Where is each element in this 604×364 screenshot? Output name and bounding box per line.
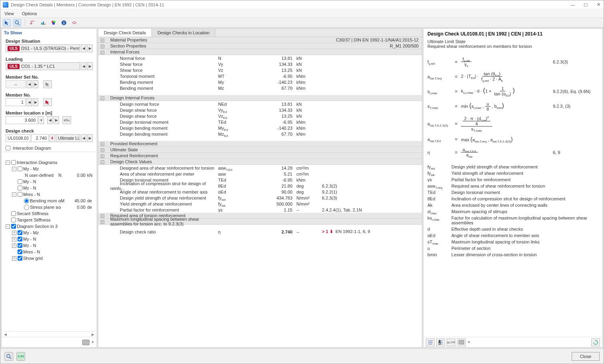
maximize-button[interactable]: ▢ xyxy=(583,2,588,8)
tool-diagram-icon[interactable] xyxy=(39,19,47,26)
grid-section-header[interactable]: +Provided Reinforcement xyxy=(98,141,422,147)
grid-section-header[interactable]: +Required Reinforcement xyxy=(98,153,422,159)
expand-icon[interactable]: + xyxy=(12,231,16,235)
tree-item[interactable]: +Mz - N xyxy=(5,242,93,249)
rf-print-dropdown-icon[interactable]: ▼ xyxy=(467,340,471,344)
rf-fraction-icon[interactable]: x=7/4 xyxy=(447,338,455,346)
tool-select-icon[interactable] xyxy=(3,19,11,26)
loc-next-button[interactable]: ▶ xyxy=(54,116,59,124)
hscroll-right-icon[interactable]: ▶ xyxy=(91,332,94,336)
collapse-icon[interactable]: + xyxy=(101,154,104,158)
grid-section-header[interactable]: +Ultimate State xyxy=(98,147,422,153)
tree-item[interactable]: My - N xyxy=(5,178,93,185)
tool-info-icon[interactable]: i xyxy=(60,19,68,26)
rf-refresh-icon[interactable] xyxy=(591,338,600,346)
interaction-diagram-checkbox[interactable] xyxy=(6,146,10,150)
tree-checkbox[interactable] xyxy=(18,243,22,248)
loc-dropdown-button[interactable]: ▾ xyxy=(38,116,44,124)
dc-next-button[interactable]: ▶ xyxy=(87,134,93,142)
expand-icon[interactable]: + xyxy=(12,256,16,261)
tree-checkbox[interactable] xyxy=(11,224,16,229)
loc-prev-button[interactable]: ◀ xyxy=(47,116,53,124)
print-dropdown-icon[interactable]: ▼ xyxy=(91,340,94,344)
collapse-icon[interactable]: + xyxy=(101,220,104,224)
expand-icon[interactable]: − xyxy=(6,160,10,165)
minimize-button[interactable]: — xyxy=(570,2,576,8)
tab-design-checks-in-location[interactable]: Design Checks in Location xyxy=(152,29,215,37)
tree-item[interactable]: Bending momαM45.00de xyxy=(5,198,93,204)
tree-item[interactable]: N user-definedN0.00kN xyxy=(5,172,93,178)
loading-combo[interactable]: ULS CO1 - 1.35 * LC1 xyxy=(6,62,80,70)
tree-checkbox[interactable] xyxy=(18,179,22,184)
memberno-pick-icon[interactable] xyxy=(43,98,52,106)
expand-icon[interactable]: − xyxy=(12,192,16,197)
expand-icon[interactable]: − xyxy=(12,167,16,171)
tree-checkbox[interactable] xyxy=(18,256,22,261)
collapse-icon[interactable]: − xyxy=(101,97,104,100)
ms-next-button[interactable]: ▶ xyxy=(33,80,38,88)
hscroll-left-icon[interactable]: ◀ xyxy=(4,332,7,336)
tool-colors-icon[interactable] xyxy=(50,19,58,26)
tree-item[interactable]: Stress plane aα0.00de xyxy=(5,204,93,210)
ds-next-button[interactable]: ▶ xyxy=(87,44,93,52)
tool-section-icon[interactable] xyxy=(70,19,78,26)
collapse-icon[interactable]: + xyxy=(101,214,104,218)
tree-checkbox[interactable] xyxy=(18,166,22,171)
lc-next-button[interactable]: ▶ xyxy=(87,62,93,70)
collapse-icon[interactable]: + xyxy=(101,39,104,42)
tool-zoom-icon[interactable] xyxy=(13,19,21,26)
tree-item[interactable]: −Diagram Section in 3 xyxy=(5,223,93,229)
tree-checkbox[interactable] xyxy=(18,192,22,197)
tree-checkbox[interactable] xyxy=(18,237,22,241)
tree-checkbox[interactable] xyxy=(18,230,22,235)
expand-icon[interactable]: + xyxy=(12,243,16,248)
collapse-icon[interactable]: + xyxy=(101,45,104,48)
dc-code-input[interactable] xyxy=(6,134,30,142)
expand-icon[interactable]: − xyxy=(6,224,10,229)
grid-section-header[interactable]: +Material PropertiesC30/37 | DIN EN 1992… xyxy=(98,37,422,43)
grid-section-header[interactable]: +Section PropertiesR_M1 200/500 xyxy=(98,43,422,49)
mn-next-button[interactable]: ▶ xyxy=(33,98,38,106)
collapse-icon[interactable]: + xyxy=(101,148,104,152)
rf-print-icon[interactable] xyxy=(457,338,466,346)
memberset-pick-icon[interactable] xyxy=(43,80,52,88)
grid-section-header[interactable]: +Maximum longitudinal spacing between sh… xyxy=(98,219,422,225)
collapse-icon[interactable]: − xyxy=(101,160,104,164)
collapse-icon[interactable]: − xyxy=(101,51,104,54)
dc-prev-button[interactable]: ◀ xyxy=(81,134,86,142)
tree-item[interactable]: −Interaction Diagrams xyxy=(5,159,93,166)
tree-item[interactable]: Tangent Stiffness xyxy=(5,217,93,223)
tree-item[interactable]: +My - N xyxy=(5,236,93,242)
tree-item[interactable]: Secant Stiffness xyxy=(5,210,93,217)
mn-prev-button[interactable]: ◀ xyxy=(26,98,32,106)
tree-item[interactable]: +Show grid xyxy=(5,255,93,261)
lc-prev-button[interactable]: ◀ xyxy=(81,62,86,70)
tree-radio[interactable] xyxy=(24,205,29,210)
dc-ratio-input[interactable] xyxy=(31,134,49,142)
design-situation-combo[interactable]: ULS DS1 - ULS (STR/GEO) - Permane... xyxy=(6,44,80,52)
search-button-icon[interactable] xyxy=(4,352,13,361)
grid-section-header[interactable]: −Design Internal Forces xyxy=(98,95,422,101)
expand-icon[interactable]: + xyxy=(12,237,16,241)
ms-prev-button[interactable]: ◀ xyxy=(26,80,32,88)
tree-checkbox[interactable] xyxy=(11,218,16,222)
tree-checkbox[interactable] xyxy=(18,186,22,190)
tab-design-check-details[interactable]: Design Check Details xyxy=(98,29,152,37)
memberno-input[interactable] xyxy=(6,98,26,106)
ds-prev-button[interactable]: ◀ xyxy=(81,44,86,52)
grid-section-header[interactable]: −Design Check Values xyxy=(98,159,422,165)
menu-options[interactable]: Options xyxy=(22,11,37,16)
rf-list-icon[interactable] xyxy=(426,338,435,346)
tree-checkbox[interactable] xyxy=(18,249,22,254)
tree-checkbox[interactable] xyxy=(11,160,16,165)
rf-numbered-icon[interactable]: 123 xyxy=(436,338,445,346)
tree-item[interactable]: Mz - N xyxy=(5,185,93,191)
dc-name-combo[interactable]: Ultimate Li...▾ xyxy=(56,134,80,142)
precision-button-icon[interactable]: 0,00 xyxy=(16,352,25,361)
tree-checkbox[interactable] xyxy=(11,211,16,216)
memberset-input[interactable] xyxy=(6,80,26,88)
location-xx0-button[interactable]: x/x₀ xyxy=(62,116,71,124)
grid-section-header[interactable]: −Internal Forces xyxy=(98,49,422,55)
tree-item[interactable]: Mres - N xyxy=(5,249,93,255)
tool-forces-icon[interactable] xyxy=(29,19,37,26)
